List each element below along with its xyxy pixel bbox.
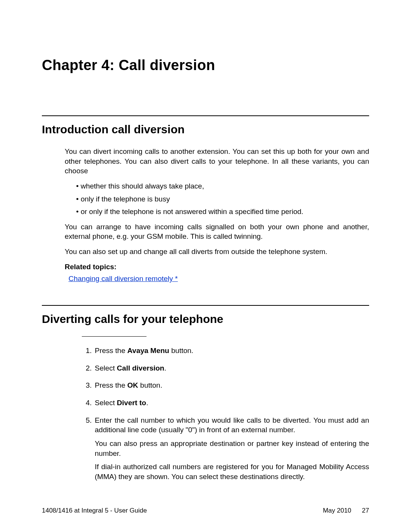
bold-text: Divert to [117, 399, 146, 407]
step-text: Select Call diversion. [95, 363, 369, 377]
step-text: Press the Avaya Menu button. [95, 346, 369, 359]
section2-title: Diverting calls for your telephone [42, 313, 369, 326]
step-number: 2. [82, 363, 92, 377]
chapter-title: Chapter 4: Call diversion [42, 57, 369, 73]
intro-bullets: whether this should always take place, o… [76, 181, 369, 217]
bold-text: Avaya Menu [127, 347, 169, 355]
intro-para-1: You can divert incoming calls to another… [65, 147, 369, 176]
short-rule [82, 336, 147, 337]
steps-list: 1. Press the Avaya Menu button. 2. Selec… [82, 346, 369, 485]
step5-p3: If dial-in authorized call numbers are r… [95, 462, 369, 481]
section1-title: Introduction call diversion [42, 123, 369, 136]
step-3: 3. Press the OK button. [82, 380, 369, 394]
footer-date: May 2010 [323, 507, 351, 514]
step-text: Enter the call number to which you would… [95, 415, 369, 486]
intro-para-3: You can also set up and change all call … [65, 247, 369, 257]
step-number: 5. [82, 415, 92, 486]
step-number: 4. [82, 398, 92, 412]
related-topic-link[interactable]: Changing call diversion remotely * [68, 274, 178, 284]
step-number: 1. [82, 346, 92, 359]
step-number: 3. [82, 380, 92, 394]
bullet-3: or only if the telephone is not answered… [76, 207, 369, 217]
bold-text: OK [127, 381, 139, 389]
step-1: 1. Press the Avaya Menu button. [82, 346, 369, 359]
section2: Diverting calls for your telephone 1. Pr… [42, 305, 369, 485]
step-text: Press the OK button. [95, 380, 369, 394]
page: Chapter 4: Call diversion Introduction c… [0, 0, 411, 532]
footer-page-number: 27 [362, 507, 369, 514]
page-footer: 1408/1416 at Integral 5 - User Guide May… [42, 507, 369, 514]
bullet-2: only if the telephone is busy [76, 194, 369, 204]
step5-p2: You can also press an appropriate destin… [95, 439, 369, 458]
section-rule [42, 305, 369, 306]
text: button. [169, 347, 193, 355]
text: Press the [95, 347, 127, 355]
text: . [146, 399, 148, 407]
step-4: 4. Select Divert to. [82, 398, 369, 412]
step-5: 5. Enter the call number to which you wo… [82, 415, 369, 486]
text: . [164, 364, 166, 372]
text: Select [95, 364, 117, 372]
bullet-1: whether this should always take place, [76, 181, 369, 191]
section-rule [42, 115, 369, 116]
bold-text: Call diversion [117, 364, 164, 372]
step-2: 2. Select Call diversion. [82, 363, 369, 377]
section1-body: You can divert incoming calls to another… [65, 147, 369, 284]
footer-doc-title: 1408/1416 at Integral 5 - User Guide [42, 507, 147, 514]
step5-p1: Enter the call number to which you would… [95, 415, 369, 435]
related-topics-label: Related topics: [65, 262, 369, 272]
step-text: Select Divert to. [95, 398, 369, 412]
intro-para-2: You can arrange to have incoming calls s… [65, 222, 369, 241]
text: button. [138, 381, 162, 389]
text: Press the [95, 381, 127, 389]
text: Select [95, 399, 117, 407]
